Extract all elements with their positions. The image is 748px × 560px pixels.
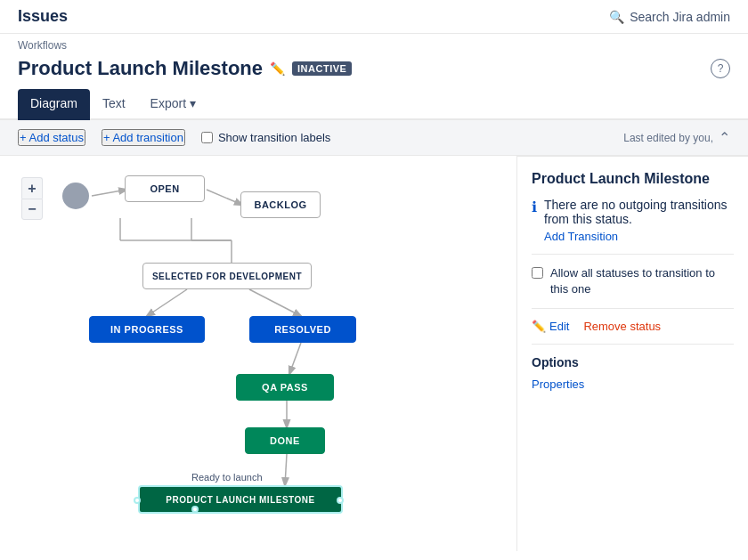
panel-info: ℹ There are no outgoing transitions from…	[532, 198, 734, 243]
node-product-launch-milestone[interactable]: PRODUCT LAUNCH MILESTONE	[138, 485, 343, 514]
side-panel: Product Launch Milestone ℹ There are no …	[516, 156, 748, 551]
panel-divider-2	[532, 308, 734, 309]
show-labels-check[interactable]: Show transition labels	[201, 131, 330, 144]
toolbar-left: + Add status + Add transition Show trans…	[18, 129, 330, 146]
svg-line-7	[147, 289, 187, 316]
show-labels-label: Show transition labels	[218, 131, 330, 144]
zoom-out-button[interactable]: −	[21, 199, 43, 220]
svg-line-9	[289, 343, 301, 374]
svg-line-1	[207, 190, 242, 205]
inactive-badge: INACTIVE	[292, 61, 352, 76]
node-open[interactable]: OPEN	[125, 175, 205, 202]
node-selected-for-development[interactable]: SELECTED FOR DEVELOPMENT	[142, 263, 312, 289]
search-icon: 🔍	[609, 10, 624, 24]
add-status-button[interactable]: + Add status	[18, 129, 85, 146]
allow-transition-checkbox[interactable]	[532, 267, 543, 279]
help-icon[interactable]: ?	[711, 59, 730, 78]
info-icon: ℹ	[532, 199, 537, 243]
edit-button[interactable]: ✏️ Edit	[532, 320, 569, 333]
show-labels-checkbox[interactable]	[201, 132, 213, 143]
add-transition-link[interactable]: Add Transition	[544, 230, 734, 243]
allow-transition-check[interactable]: Allow all statuses to transition to this…	[532, 265, 734, 297]
zoom-controls: + −	[21, 177, 43, 220]
workflow-diagram: OPEN BACKLOG SELECTED FOR DEVELOPMENT IN…	[53, 165, 481, 512]
panel-divider-3	[532, 344, 734, 345]
connector-dot-left	[134, 497, 141, 504]
tabs: Diagram Text Export ▾	[0, 89, 748, 120]
collapse-icon[interactable]: ⌃	[719, 129, 730, 146]
edit-pencil-icon: ✏️	[532, 320, 546, 333]
tab-export[interactable]: Export ▾	[138, 89, 208, 120]
main-content: + −	[0, 156, 748, 551]
chevron-down-icon: ▾	[190, 96, 196, 110]
properties-link[interactable]: Properties	[532, 377, 584, 391]
connector-dot-bottom	[191, 506, 199, 513]
svg-line-8	[249, 289, 301, 316]
add-transition-button[interactable]: + Add transition	[102, 129, 185, 146]
remove-status-button[interactable]: Remove status	[583, 320, 661, 333]
node-qa-pass[interactable]: QA PASS	[236, 374, 334, 401]
search-admin[interactable]: 🔍 Search Jira admin	[609, 10, 730, 24]
panel-info-text: There are no outgoing transitions from t…	[544, 198, 727, 226]
svg-line-0	[92, 190, 126, 196]
svg-line-11	[285, 454, 287, 485]
app-title: Issues	[18, 7, 68, 26]
connector-dot-right	[337, 497, 344, 504]
start-node[interactable]	[62, 183, 89, 209]
node-done[interactable]: DONE	[245, 427, 325, 454]
page-title: Product Launch Milestone	[18, 57, 263, 80]
node-in-progress[interactable]: IN PROGRESS	[89, 316, 205, 343]
toolbar-right: Last edited by you, ⌃	[623, 129, 730, 146]
page-header: Product Launch Milestone ✏️ INACTIVE ?	[0, 53, 748, 89]
tab-diagram[interactable]: Diagram	[18, 89, 90, 120]
allow-transition-label: Allow all statuses to transition to this…	[550, 265, 734, 297]
toolbar: + Add status + Add transition Show trans…	[0, 120, 748, 156]
launch-label: Ready to launch	[191, 472, 263, 483]
edit-pencil-icon[interactable]: ✏️	[270, 61, 285, 76]
top-bar: Issues 🔍 Search Jira admin	[0, 0, 748, 34]
options-title: Options	[532, 355, 734, 369]
diagram-area: + −	[0, 156, 516, 551]
tab-text[interactable]: Text	[90, 89, 138, 120]
zoom-in-button[interactable]: +	[21, 177, 43, 199]
breadcrumb: Workflows	[0, 34, 748, 53]
last-edited-label: Last edited by you,	[623, 132, 713, 144]
panel-divider-1	[532, 254, 734, 255]
node-resolved[interactable]: RESOLVED	[249, 316, 356, 343]
panel-actions: ✏️ Edit Remove status	[532, 320, 734, 333]
panel-title: Product Launch Milestone	[532, 171, 734, 187]
node-backlog[interactable]: BACKLOG	[240, 191, 321, 218]
page-title-row: Product Launch Milestone ✏️ INACTIVE	[18, 57, 352, 80]
